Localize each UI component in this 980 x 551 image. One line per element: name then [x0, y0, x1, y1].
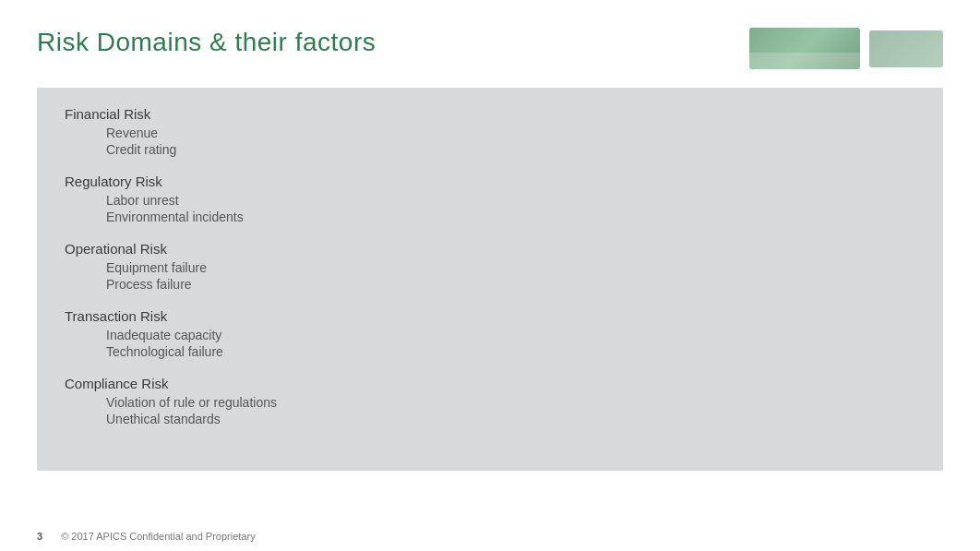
- risk-item: Credit rating: [106, 142, 915, 157]
- risk-item: Technological failure: [106, 344, 915, 359]
- risk-items-list: Violation of rule or regulationsUnethica…: [106, 395, 915, 426]
- risk-section: Transaction RiskInadequate capacityTechn…: [65, 308, 915, 359]
- page-container: Risk Domains & their factors Financial R…: [0, 0, 980, 551]
- logo-image-1: [749, 28, 860, 69]
- logo-image-2: [869, 30, 943, 67]
- header-area: Risk Domains & their factors: [0, 0, 980, 88]
- risk-section: Operational RiskEquipment failureProcess…: [65, 241, 915, 292]
- risk-section: Regulatory RiskLabor unrestEnvironmental…: [65, 174, 915, 224]
- risk-items-list: Labor unrestEnvironmental incidents: [106, 193, 915, 224]
- risk-items-list: RevenueCredit rating: [106, 126, 915, 157]
- risk-item: Labor unrest: [106, 193, 915, 208]
- risk-category-label: Operational Risk: [65, 241, 915, 257]
- risk-category-label: Financial Risk: [65, 106, 915, 122]
- risk-item: Environmental incidents: [106, 210, 915, 224]
- risk-items-list: Equipment failureProcess failure: [106, 260, 915, 292]
- risk-item: Unethical standards: [106, 412, 915, 426]
- risk-category-label: Compliance Risk: [65, 376, 915, 391]
- risk-item: Inadequate capacity: [106, 328, 915, 342]
- footer-page-number: 3: [37, 531, 42, 542]
- main-content: Financial RiskRevenueCredit ratingRegula…: [37, 88, 943, 471]
- logo-area: [749, 28, 943, 69]
- risk-category-label: Regulatory Risk: [65, 174, 915, 189]
- risk-section: Financial RiskRevenueCredit rating: [65, 106, 915, 157]
- risk-section: Compliance RiskViolation of rule or regu…: [65, 376, 915, 426]
- risk-item: Revenue: [106, 126, 915, 140]
- risk-item: Process failure: [106, 277, 915, 292]
- footer-copyright: © 2017 APICS Confidential and Proprietar…: [61, 531, 256, 542]
- risk-item: Violation of rule or regulations: [106, 395, 915, 410]
- page-title: Risk Domains & their factors: [37, 28, 376, 57]
- risk-items-list: Inadequate capacityTechnological failure: [106, 328, 915, 359]
- footer: 3 © 2017 APICS Confidential and Propriet…: [0, 531, 980, 542]
- risk-category-label: Transaction Risk: [65, 308, 915, 324]
- risk-item: Equipment failure: [106, 260, 915, 275]
